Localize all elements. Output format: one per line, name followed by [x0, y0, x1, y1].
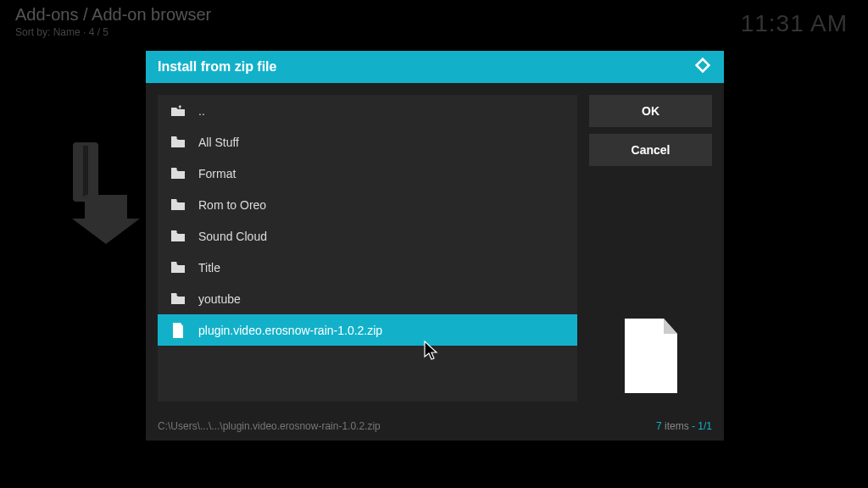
install-zip-dialog: Install from zip file ..All StuffFormatR…: [146, 51, 724, 441]
file-label: Rom to Oreo: [198, 198, 266, 212]
sort-info: Sort by: Name · 4 / 5: [15, 26, 211, 38]
svg-rect-1: [83, 146, 88, 197]
file-row[interactable]: ..: [158, 95, 577, 126]
file-row[interactable]: Title: [158, 252, 577, 283]
file-preview: [589, 319, 712, 402]
file-label: Sound Cloud: [198, 230, 267, 243]
current-path: C:\Users\...\...\plugin.video.erosnow-ra…: [158, 420, 381, 432]
folder-icon: [170, 199, 186, 211]
file-row[interactable]: plugin.video.erosnow-rain-1.0.2.zip: [158, 314, 577, 346]
file-row[interactable]: Format: [158, 158, 577, 189]
ok-button[interactable]: OK: [589, 95, 712, 127]
folder-icon: [170, 230, 186, 242]
folder-icon: [170, 136, 186, 148]
folder-icon: [170, 262, 186, 274]
dialog-footer: C:\Users\...\...\plugin.video.erosnow-ra…: [146, 413, 724, 441]
file-label: Format: [198, 167, 236, 180]
file-label: youtube: [198, 292, 241, 306]
kodi-logo-icon: [693, 56, 712, 78]
dialog-header: Install from zip file: [146, 51, 724, 83]
clock: 11:31 AM: [741, 10, 848, 37]
item-count: 7 items - 1/1: [656, 420, 712, 432]
file-row[interactable]: Rom to Oreo: [158, 189, 577, 220]
file-row[interactable]: All Stuff: [158, 126, 577, 158]
file-label: ..: [198, 104, 205, 118]
breadcrumb: Add-ons / Add-on browser: [15, 5, 211, 25]
file-row[interactable]: Sound Cloud: [158, 220, 577, 252]
zip-download-icon: [68, 142, 144, 247]
file-icon: [170, 323, 186, 338]
folder-icon: [170, 293, 186, 305]
file-label: Title: [198, 261, 220, 274]
folder-up-icon: [170, 105, 186, 117]
file-label: plugin.video.erosnow-rain-1.0.2.zip: [198, 324, 382, 337]
dialog-title: Install from zip file: [158, 59, 276, 75]
file-list[interactable]: ..All StuffFormatRom to OreoSound CloudT…: [158, 95, 577, 402]
file-label: All Stuff: [198, 136, 239, 149]
cancel-button[interactable]: Cancel: [589, 134, 712, 166]
background-header: Add-ons / Add-on browser Sort by: Name ·…: [15, 5, 211, 38]
file-row[interactable]: youtube: [158, 283, 577, 314]
folder-icon: [170, 168, 186, 180]
